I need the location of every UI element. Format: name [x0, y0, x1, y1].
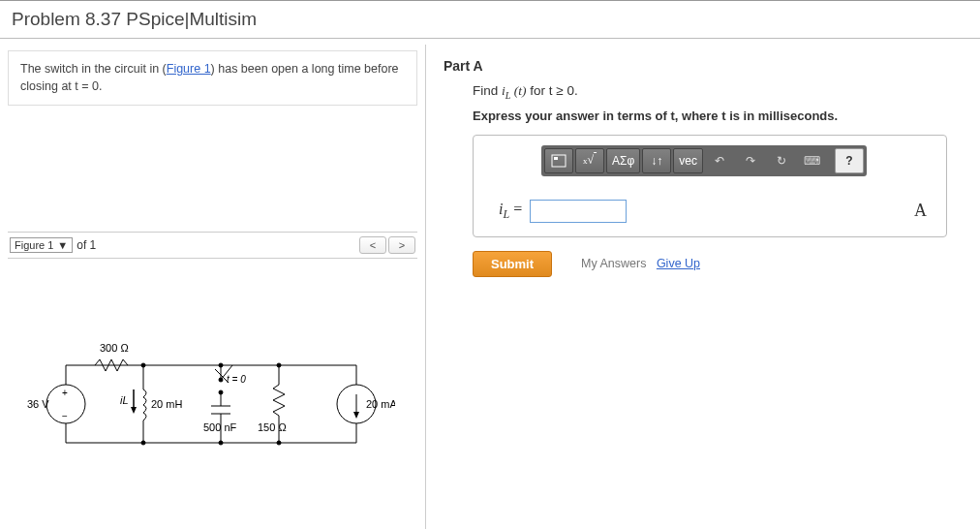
prompt-post: for t ≥ 0.	[527, 83, 578, 98]
answer-panel: Part A Find iL (t) for t ≥ 0. Express yo…	[426, 45, 980, 529]
svg-rect-48	[554, 157, 558, 160]
redo-button[interactable]: ↷	[736, 148, 765, 173]
figure-bar: Figure 1 ▼ of 1 < >	[8, 232, 417, 259]
switch-label: t = 0	[227, 374, 246, 385]
undo-button[interactable]: ↶	[705, 148, 734, 173]
svg-line-7	[95, 359, 100, 365]
figure-next-button[interactable]: >	[388, 236, 415, 254]
svg-text:+: +	[62, 388, 68, 398]
circuit-diagram: + − 36 V 300 Ω iL	[8, 336, 417, 472]
il-label: iL	[120, 394, 129, 406]
problem-panel: The switch in the circuit in (Figure 1) …	[0, 45, 426, 529]
prompt-pre: Find	[473, 83, 502, 98]
prompt: Find iL (t) for t ≥ 0.	[444, 83, 963, 101]
chevron-down-icon: ▼	[57, 239, 68, 251]
figure-prev-button[interactable]: <	[359, 236, 386, 254]
answer-input[interactable]	[530, 200, 627, 223]
svg-line-36	[273, 389, 285, 394]
c-label: 500 nF	[203, 421, 237, 433]
svg-marker-22	[131, 407, 137, 414]
greek-button[interactable]: ΑΣφ	[606, 148, 640, 173]
svg-line-35	[273, 385, 279, 389]
svg-line-38	[273, 400, 285, 406]
svg-line-40	[273, 412, 279, 416]
reset-button[interactable]: ↻	[767, 148, 796, 173]
my-answers-label: My Answers	[581, 257, 646, 270]
subsup-button[interactable]: ↓↑	[642, 148, 671, 173]
keyboard-button[interactable]: ⌨	[798, 148, 827, 173]
sqrt-button[interactable]: x√	[575, 148, 604, 173]
figure-select-label: Figure 1	[15, 239, 53, 251]
instructions: Express your answer in terms of t, where…	[444, 109, 963, 123]
r1-label: 300 Ω	[100, 342, 129, 354]
part-heading: Part A	[444, 52, 963, 83]
equation-toolbar: x√ ΑΣφ ↓↑ vec ↶ ↷ ↻ ⌨ ?	[541, 145, 867, 176]
svg-line-37	[273, 394, 285, 400]
svg-marker-45	[353, 412, 359, 419]
svg-rect-47	[552, 155, 566, 167]
svg-line-39	[273, 406, 285, 412]
svg-point-29	[219, 390, 223, 394]
isrc-label: 20 mA	[366, 398, 395, 410]
equation-row: iL = A	[499, 200, 936, 223]
r2-label: 150 Ω	[258, 421, 287, 433]
templates-button[interactable]	[544, 148, 573, 173]
figure-select[interactable]: Figure 1 ▼	[10, 237, 73, 253]
prompt-var: iL (t)	[502, 83, 527, 98]
unit-label: A	[914, 201, 927, 221]
vec-button[interactable]: vec	[673, 148, 703, 173]
svg-line-12	[123, 359, 128, 365]
vsrc-label: 36 V	[27, 398, 49, 410]
help-button[interactable]: ?	[835, 148, 864, 173]
svg-text:−: −	[62, 411, 68, 421]
submit-button[interactable]: Submit	[473, 251, 552, 277]
eq-label: iL =	[499, 201, 522, 222]
page-title: Problem 8.37 PSpice|Multisim	[12, 9, 968, 30]
give-up-link[interactable]: Give Up	[657, 257, 700, 270]
figure-count: of 1	[77, 238, 96, 252]
actions-row: Submit My Answers Give Up	[473, 251, 963, 277]
svg-point-28	[219, 378, 223, 382]
answer-box: x√ ΑΣφ ↓↑ vec ↶ ↷ ↻ ⌨ ? iL = A	[473, 135, 947, 237]
intro-pre: The switch in the circuit in (	[20, 62, 167, 76]
intro-text: The switch in the circuit in (Figure 1) …	[8, 50, 417, 106]
l-label: 20 mH	[151, 398, 182, 410]
figure-link[interactable]: Figure 1	[167, 62, 211, 76]
